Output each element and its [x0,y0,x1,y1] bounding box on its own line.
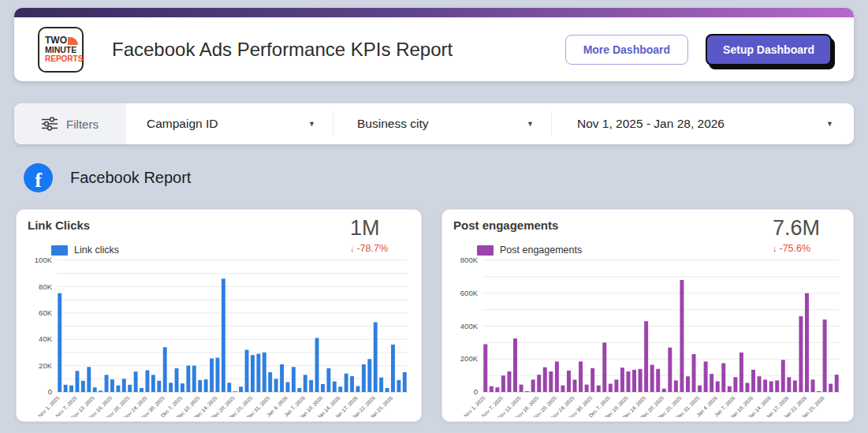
down-arrow-icon: ↓ [773,244,777,253]
logo-pie-icon [68,37,78,45]
date-range-value: Nov 1, 2025 - Jan 28, 2026 [577,117,725,131]
svg-text:200K: 200K [460,354,479,363]
svg-text:60K: 60K [39,308,53,317]
page-title: Facebook Ads Performance KPIs Report [112,39,453,61]
metric-block: 1M ↓ -78.7% [350,216,388,254]
svg-text:800K: 800K [460,257,479,264]
logo-text-two: TWO [45,35,67,45]
business-city-value: Business city [357,117,428,131]
chevron-down-icon: ▼ [308,120,315,128]
header-gradient-strip [14,8,854,17]
post-engagements-card: Post engagements 7.6M ↓ -75.6% Post enga… [441,209,854,422]
chevron-down-icon: ▼ [527,120,534,128]
metric-total: 7.6M [773,216,820,241]
svg-text:80K: 80K [39,282,53,291]
facebook-report-section-header: f Facebook Report [24,163,191,192]
svg-text:100K: 100K [35,257,53,264]
change-percent: -78.7% [356,243,388,254]
two-minute-reports-logo: TWO MINUTE REPORTS [38,27,84,73]
svg-text:0: 0 [474,387,478,396]
svg-text:0: 0 [48,387,52,396]
campaign-id-value: Campaign ID [147,117,218,131]
metric-total: 1M [350,216,380,241]
legend-label: Post engagements [500,244,582,256]
metric-block: 7.6M ↓ -75.6% [773,216,820,254]
logo-text-minute: MINUTE [45,46,82,54]
svg-text:40K: 40K [39,334,53,343]
campaign-id-dropdown[interactable]: Campaign ID ▼ [126,103,333,144]
post-engagements-bar-chart[interactable]: 0200K400K600K800KNov 1, 2025Nov 7, 2025N… [453,257,842,417]
metric-change: ↓ -75.6% [773,243,810,254]
filters-label: Filters [66,118,99,131]
sliders-icon [42,117,58,131]
legend-swatch [51,245,68,256]
filter-bar: Filters Campaign ID ▼ Business city ▼ No… [14,103,854,144]
header-card: TWO MINUTE REPORTS Facebook Ads Performa… [14,8,854,81]
svg-text:600K: 600K [460,289,479,297]
legend-label: Link clicks [74,244,119,256]
more-dashboard-button[interactable]: More Dashboard [565,35,688,65]
change-percent: -75.6% [779,243,810,254]
filters-toggle[interactable]: Filters [14,103,126,144]
logo-text-reports: REPORTS [45,55,82,63]
dashboard-page: TWO MINUTE REPORTS Facebook Ads Performa… [0,0,868,433]
date-range-picker[interactable]: Nov 1, 2025 - Jan 28, 2026 ▼ [552,103,854,144]
down-arrow-icon: ↓ [350,244,355,253]
metric-change: ↓ -78.7% [350,243,388,254]
business-city-dropdown[interactable]: Business city ▼ [333,103,551,144]
setup-dashboard-button[interactable]: Setup Dashboard [706,34,832,65]
svg-text:20K: 20K [39,361,53,370]
section-title: Facebook Report [70,169,191,187]
facebook-icon: f [24,163,53,192]
legend-swatch [477,245,494,256]
chevron-down-icon: ▼ [826,120,833,128]
svg-text:400K: 400K [460,322,479,330]
link-clicks-bar-chart[interactable]: 020K40K60K80K100KNov 1, 2025Nov 7, 2025N… [28,257,410,417]
link-clicks-card: Link Clicks 1M ↓ -78.7% Link clicks 020K… [16,209,422,422]
